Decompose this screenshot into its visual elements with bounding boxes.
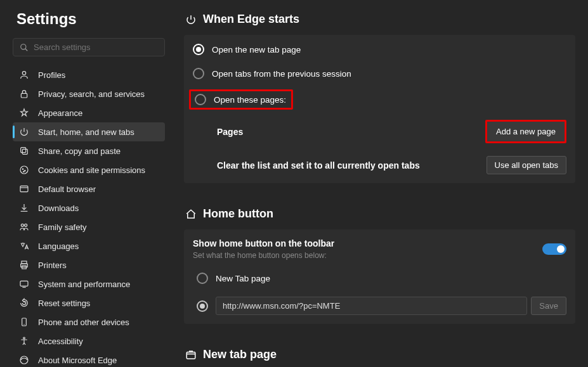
home-icon — [185, 209, 197, 220]
show-home-sub: Set what the home button opens below: — [193, 251, 334, 260]
radio-icon[interactable] — [193, 68, 204, 79]
sidebar-item-downloads[interactable]: Downloads — [13, 198, 165, 217]
sidebar-item-languages[interactable]: Languages — [13, 236, 165, 255]
option-label: Open these pages: — [214, 95, 286, 105]
power-icon — [19, 127, 29, 137]
home-option-url[interactable]: Save — [184, 290, 575, 321]
pages-row: Pages Add a new page — [184, 113, 575, 150]
clear-row: Clear the list and set it to all current… — [184, 150, 575, 181]
section-heading-start: When Edge starts — [185, 13, 575, 26]
sidebar-item-printers[interactable]: Printers — [13, 255, 165, 274]
start-panel: Open the new tab page Open tabs from the… — [184, 35, 575, 183]
sidebar-item-label: Accessibility — [38, 337, 83, 346]
svg-point-8 — [25, 171, 25, 171]
sidebar-item-start[interactable]: Start, home, and new tabs — [13, 122, 165, 141]
sidebar: Settings Profiles Privacy, search, and s… — [0, 0, 178, 367]
home-panel: Show home button on the toolbar Set what… — [184, 229, 575, 324]
svg-rect-17 — [20, 281, 28, 286]
section-heading-home: Home button — [185, 207, 575, 221]
download-icon — [19, 203, 29, 213]
svg-point-21 — [23, 337, 25, 339]
save-button[interactable]: Save — [531, 297, 566, 315]
sidebar-item-label: Printers — [38, 261, 67, 270]
sidebar-item-reset[interactable]: Reset settings — [13, 293, 165, 312]
clear-label: Clear the list and set it to all current… — [217, 160, 420, 171]
tab-icon — [185, 349, 197, 361]
sidebar-item-label: Start, home, and new tabs — [38, 127, 134, 137]
sidebar-item-about[interactable]: About Microsoft Edge — [13, 351, 165, 367]
svg-rect-10 — [20, 186, 28, 191]
search-box[interactable] — [13, 38, 165, 56]
family-icon — [19, 222, 29, 232]
page-title: Settings — [13, 10, 165, 28]
svg-point-0 — [21, 44, 26, 49]
language-icon — [19, 241, 29, 251]
sidebar-item-label: Default browser — [38, 184, 96, 194]
system-icon — [19, 279, 29, 289]
sidebar-item-label: Languages — [38, 241, 79, 251]
svg-rect-3 — [21, 93, 27, 98]
search-icon — [20, 43, 29, 52]
option-open-pages[interactable]: Open these pages: — [184, 86, 575, 113]
sidebar-item-privacy[interactable]: Privacy, search, and services — [13, 84, 165, 103]
main-content: When Edge starts Open the new tab page O… — [178, 0, 588, 367]
appearance-icon — [19, 108, 29, 118]
sidebar-item-accessibility[interactable]: Accessibility — [13, 332, 165, 351]
cookie-icon — [19, 165, 29, 175]
add-page-button[interactable]: Add a new page — [485, 120, 566, 143]
option-open-previous[interactable]: Open tabs from the previous session — [184, 61, 575, 86]
sidebar-item-label: Appearance — [38, 108, 82, 118]
search-input[interactable] — [34, 42, 158, 52]
lock-icon — [19, 89, 29, 99]
sidebar-item-label: Profiles — [38, 70, 65, 80]
browser-icon — [19, 184, 29, 194]
option-label: Open the new tab page — [212, 45, 301, 55]
show-home-label: Show home button on the toolbar — [193, 238, 334, 248]
sidebar-item-label: Reset settings — [38, 299, 90, 308]
printer-icon — [19, 260, 29, 270]
section-heading-newtab: New tab page — [185, 348, 575, 361]
svg-point-7 — [22, 169, 23, 169]
accessibility-icon — [19, 336, 29, 346]
option-open-new-tab[interactable]: Open the new tab page — [184, 37, 575, 61]
svg-point-2 — [22, 72, 25, 75]
sidebar-item-appearance[interactable]: Appearance — [13, 103, 165, 122]
sidebar-item-share[interactable]: Share, copy and paste — [13, 141, 165, 160]
phone-icon — [19, 317, 29, 327]
sidebar-item-label: Cookies and site permissions — [38, 165, 145, 175]
use-open-tabs-button[interactable]: Use all open tabs — [487, 156, 566, 174]
sidebar-item-label: Downloads — [38, 203, 79, 213]
edge-icon — [19, 355, 29, 365]
radio-icon[interactable] — [195, 94, 206, 105]
svg-point-12 — [21, 224, 23, 226]
radio-icon[interactable] — [193, 44, 204, 55]
option-label: Open tabs from the previous session — [212, 69, 351, 79]
sidebar-item-label: Phone and other devices — [38, 318, 129, 327]
sidebar-item-system[interactable]: System and performance — [13, 274, 165, 293]
svg-point-9 — [23, 171, 24, 172]
option-label: New Tab page — [216, 274, 270, 283]
profile-icon — [19, 70, 29, 80]
reset-icon — [19, 298, 29, 308]
sidebar-item-profiles[interactable]: Profiles — [13, 65, 165, 84]
svg-line-1 — [25, 48, 28, 51]
sidebar-item-label: About Microsoft Edge — [38, 356, 117, 365]
sidebar-item-phone[interactable]: Phone and other devices — [13, 312, 165, 332]
svg-point-13 — [25, 224, 27, 226]
power-icon — [185, 14, 197, 25]
sidebar-item-cookies[interactable]: Cookies and site permissions — [13, 160, 165, 179]
radio-icon[interactable] — [197, 273, 208, 284]
svg-point-6 — [20, 166, 28, 174]
sidebar-item-label: Family safety — [38, 222, 87, 232]
svg-point-22 — [20, 356, 28, 364]
sidebar-item-default-browser[interactable]: Default browser — [13, 179, 165, 198]
pages-heading: Pages — [217, 127, 243, 137]
sidebar-item-family[interactable]: Family safety — [13, 217, 165, 236]
show-home-toggle[interactable] — [542, 243, 566, 255]
svg-rect-14 — [22, 261, 27, 264]
sidebar-item-label: System and performance — [38, 280, 130, 289]
radio-icon[interactable] — [197, 300, 208, 312]
home-url-input[interactable] — [216, 297, 527, 315]
home-option-newtab[interactable]: New Tab page — [184, 266, 575, 290]
svg-rect-4 — [21, 148, 26, 153]
